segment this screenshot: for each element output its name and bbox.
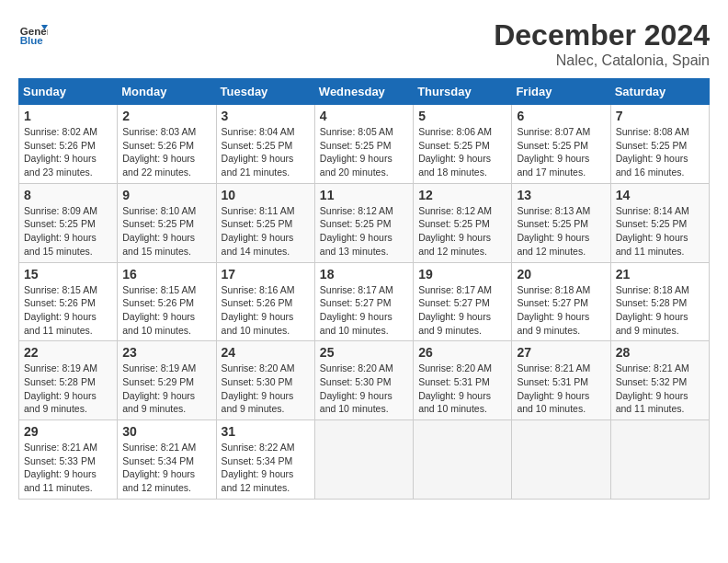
day-info: Sunrise: 8:21 AMSunset: 5:32 PMDaylight:…: [616, 362, 704, 416]
weekday-monday: Monday: [118, 79, 216, 105]
day-number: 25: [320, 345, 408, 360]
day-info: Sunrise: 8:18 AMSunset: 5:27 PMDaylight:…: [517, 283, 605, 338]
day-number: 26: [418, 345, 506, 360]
calendar-cell: 27 Sunrise: 8:21 AMSunset: 5:31 PMDaylig…: [512, 341, 610, 420]
day-number: 30: [122, 424, 210, 439]
calendar-cell: 16 Sunrise: 8:15 AMSunset: 5:26 PMDaylig…: [118, 262, 216, 341]
day-info: Sunrise: 8:06 AMSunset: 5:25 PMDaylight:…: [418, 125, 506, 179]
weekday-tuesday: Tuesday: [216, 79, 314, 105]
calendar-cell: 18 Sunrise: 8:17 AMSunset: 5:27 PMDaylig…: [314, 262, 413, 341]
calendar-cell: 28 Sunrise: 8:21 AMSunset: 5:32 PMDaylig…: [610, 341, 709, 420]
calendar-cell: 10 Sunrise: 8:11 AMSunset: 5:25 PMDaylig…: [216, 183, 314, 262]
day-info: Sunrise: 8:21 AMSunset: 5:31 PMDaylight:…: [517, 362, 605, 416]
day-info: Sunrise: 8:16 AMSunset: 5:26 PMDaylight:…: [222, 283, 310, 338]
day-info: Sunrise: 8:05 AMSunset: 5:25 PMDaylight:…: [320, 125, 408, 179]
calendar-cell: [314, 420, 413, 500]
day-info: Sunrise: 8:10 AMSunset: 5:25 PMDaylight:…: [122, 204, 210, 259]
day-info: Sunrise: 8:14 AMSunset: 5:25 PMDaylight:…: [616, 204, 704, 259]
day-number: 22: [24, 345, 112, 360]
calendar-cell: 7 Sunrise: 8:08 AMSunset: 5:25 PMDayligh…: [610, 105, 709, 184]
weekday-saturday: Saturday: [610, 79, 709, 105]
day-info: Sunrise: 8:18 AMSunset: 5:28 PMDaylight:…: [616, 283, 704, 338]
day-info: Sunrise: 8:15 AMSunset: 5:26 PMDaylight:…: [24, 283, 112, 338]
day-info: Sunrise: 8:11 AMSunset: 5:25 PMDaylight:…: [222, 204, 310, 259]
day-info: Sunrise: 8:03 AMSunset: 5:26 PMDaylight:…: [122, 125, 210, 179]
day-number: 13: [517, 188, 605, 202]
calendar-cell: 1 Sunrise: 8:02 AMSunset: 5:26 PMDayligh…: [19, 105, 118, 184]
day-info: Sunrise: 8:20 AMSunset: 5:30 PMDaylight:…: [222, 362, 310, 416]
calendar-cell: 19 Sunrise: 8:17 AMSunset: 5:27 PMDaylig…: [414, 262, 512, 341]
weekday-sunday: Sunday: [19, 79, 118, 105]
day-number: 7: [616, 109, 704, 123]
day-info: Sunrise: 8:20 AMSunset: 5:31 PMDaylight:…: [418, 362, 506, 416]
svg-text:Blue: Blue: [20, 35, 44, 46]
day-number: 29: [24, 424, 112, 439]
day-info: Sunrise: 8:20 AMSunset: 5:30 PMDaylight:…: [320, 362, 408, 416]
calendar-cell: 23 Sunrise: 8:19 AMSunset: 5:29 PMDaylig…: [118, 341, 216, 420]
calendar-cell: 3 Sunrise: 8:04 AMSunset: 5:25 PMDayligh…: [216, 105, 314, 184]
week-row-3: 15 Sunrise: 8:15 AMSunset: 5:26 PMDaylig…: [19, 262, 710, 341]
calendar-cell: [512, 420, 610, 500]
day-info: Sunrise: 8:12 AMSunset: 5:25 PMDaylight:…: [418, 204, 506, 259]
day-number: 1: [24, 109, 112, 123]
calendar-cell: 5 Sunrise: 8:06 AMSunset: 5:25 PMDayligh…: [414, 105, 512, 184]
day-number: 12: [418, 188, 506, 202]
day-number: 6: [517, 109, 605, 123]
calendar-cell: 15 Sunrise: 8:15 AMSunset: 5:26 PMDaylig…: [19, 262, 118, 341]
calendar-cell: 31 Sunrise: 8:22 AMSunset: 5:34 PMDaylig…: [216, 420, 314, 500]
day-number: 24: [222, 345, 310, 360]
day-number: 21: [616, 267, 704, 282]
day-number: 11: [320, 188, 408, 202]
calendar-cell: 29 Sunrise: 8:21 AMSunset: 5:33 PMDaylig…: [19, 420, 118, 500]
day-number: 16: [122, 267, 210, 282]
day-number: 3: [222, 109, 310, 123]
calendar-cell: 22 Sunrise: 8:19 AMSunset: 5:28 PMDaylig…: [19, 341, 118, 420]
calendar-cell: 12 Sunrise: 8:12 AMSunset: 5:25 PMDaylig…: [414, 183, 512, 262]
day-info: Sunrise: 8:08 AMSunset: 5:25 PMDaylight:…: [616, 125, 704, 179]
day-info: Sunrise: 8:19 AMSunset: 5:29 PMDaylight:…: [122, 362, 210, 416]
day-number: 19: [418, 267, 506, 282]
day-info: Sunrise: 8:09 AMSunset: 5:25 PMDaylight:…: [24, 204, 112, 259]
calendar-cell: 20 Sunrise: 8:18 AMSunset: 5:27 PMDaylig…: [512, 262, 610, 341]
weekday-friday: Friday: [512, 79, 610, 105]
calendar-cell: 4 Sunrise: 8:05 AMSunset: 5:25 PMDayligh…: [314, 105, 413, 184]
logo: General Blue: [18, 18, 48, 48]
day-number: 27: [517, 345, 605, 360]
calendar-body: 1 Sunrise: 8:02 AMSunset: 5:26 PMDayligh…: [19, 105, 710, 500]
day-number: 14: [616, 188, 704, 202]
weekday-thursday: Thursday: [414, 79, 512, 105]
calendar-cell: 24 Sunrise: 8:20 AMSunset: 5:30 PMDaylig…: [216, 341, 314, 420]
calendar-cell: 9 Sunrise: 8:10 AMSunset: 5:25 PMDayligh…: [118, 183, 216, 262]
calendar-cell: 26 Sunrise: 8:20 AMSunset: 5:31 PMDaylig…: [414, 341, 512, 420]
day-info: Sunrise: 8:17 AMSunset: 5:27 PMDaylight:…: [418, 283, 506, 338]
day-number: 4: [320, 109, 408, 123]
day-info: Sunrise: 8:19 AMSunset: 5:28 PMDaylight:…: [24, 362, 112, 416]
weekday-wednesday: Wednesday: [314, 79, 413, 105]
day-number: 10: [222, 188, 310, 202]
calendar-cell: 17 Sunrise: 8:16 AMSunset: 5:26 PMDaylig…: [216, 262, 314, 341]
day-info: Sunrise: 8:17 AMSunset: 5:27 PMDaylight:…: [320, 283, 408, 338]
calendar-cell: [610, 420, 709, 500]
day-number: 9: [122, 188, 210, 202]
day-info: Sunrise: 8:07 AMSunset: 5:25 PMDaylight:…: [517, 125, 605, 179]
calendar-cell: 11 Sunrise: 8:12 AMSunset: 5:25 PMDaylig…: [314, 183, 413, 262]
calendar-table: SundayMondayTuesdayWednesdayThursdayFrid…: [18, 78, 710, 500]
weekday-header-row: SundayMondayTuesdayWednesdayThursdayFrid…: [19, 79, 710, 105]
day-info: Sunrise: 8:21 AMSunset: 5:33 PMDaylight:…: [24, 441, 112, 495]
day-number: 20: [517, 267, 605, 282]
day-number: 23: [122, 345, 210, 360]
title-block: December 2024 Nalec, Catalonia, Spain: [494, 18, 710, 69]
calendar-cell: 30 Sunrise: 8:21 AMSunset: 5:34 PMDaylig…: [118, 420, 216, 500]
calendar-cell: 2 Sunrise: 8:03 AMSunset: 5:26 PMDayligh…: [118, 105, 216, 184]
calendar-cell: 6 Sunrise: 8:07 AMSunset: 5:25 PMDayligh…: [512, 105, 610, 184]
day-number: 2: [122, 109, 210, 123]
calendar-cell: [414, 420, 512, 500]
day-info: Sunrise: 8:04 AMSunset: 5:25 PMDaylight:…: [222, 125, 310, 179]
day-info: Sunrise: 8:15 AMSunset: 5:26 PMDaylight:…: [122, 283, 210, 338]
day-info: Sunrise: 8:21 AMSunset: 5:34 PMDaylight:…: [122, 441, 210, 495]
day-number: 5: [418, 109, 506, 123]
week-row-2: 8 Sunrise: 8:09 AMSunset: 5:25 PMDayligh…: [19, 183, 710, 262]
week-row-4: 22 Sunrise: 8:19 AMSunset: 5:28 PMDaylig…: [19, 341, 710, 420]
day-number: 28: [616, 345, 704, 360]
day-info: Sunrise: 8:13 AMSunset: 5:25 PMDaylight:…: [517, 204, 605, 259]
